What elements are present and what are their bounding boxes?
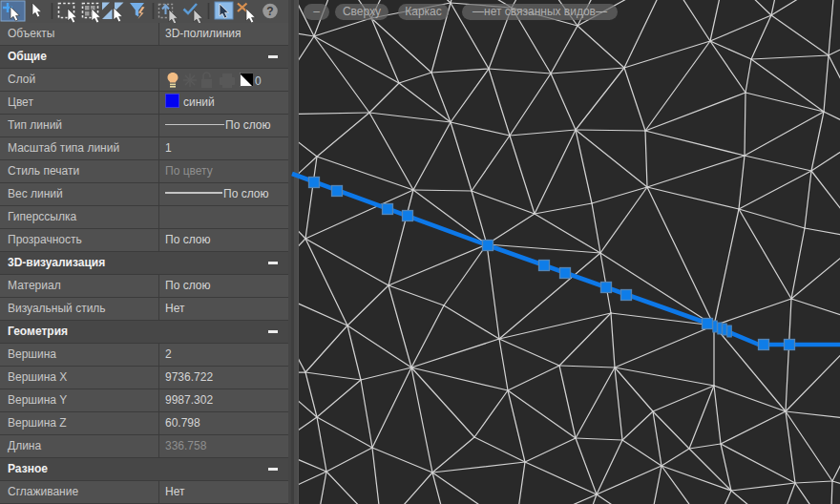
svg-text:?: ? <box>266 5 273 18</box>
